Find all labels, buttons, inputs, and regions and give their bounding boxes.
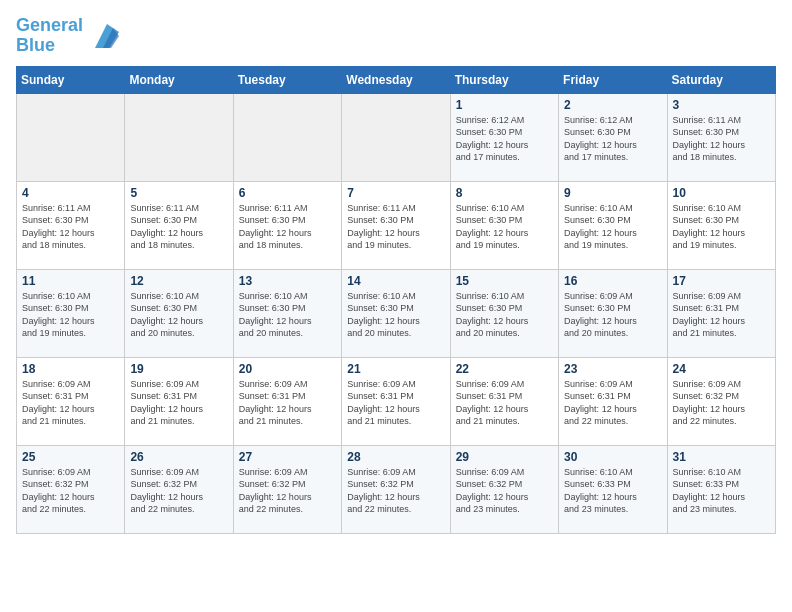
calendar-cell: 13Sunrise: 6:10 AM Sunset: 6:30 PM Dayli… <box>233 269 341 357</box>
calendar-cell <box>342 93 450 181</box>
calendar-cell: 1Sunrise: 6:12 AM Sunset: 6:30 PM Daylig… <box>450 93 558 181</box>
day-number: 1 <box>456 98 553 112</box>
day-number: 26 <box>130 450 227 464</box>
day-number: 17 <box>673 274 770 288</box>
day-number: 10 <box>673 186 770 200</box>
day-number: 16 <box>564 274 661 288</box>
calendar-cell: 25Sunrise: 6:09 AM Sunset: 6:32 PM Dayli… <box>17 445 125 533</box>
day-number: 2 <box>564 98 661 112</box>
calendar-cell: 21Sunrise: 6:09 AM Sunset: 6:31 PM Dayli… <box>342 357 450 445</box>
calendar-cell: 28Sunrise: 6:09 AM Sunset: 6:32 PM Dayli… <box>342 445 450 533</box>
calendar-table: SundayMondayTuesdayWednesdayThursdayFrid… <box>16 66 776 534</box>
day-number: 25 <box>22 450 119 464</box>
weekday-header: Thursday <box>450 66 558 93</box>
calendar-cell: 16Sunrise: 6:09 AM Sunset: 6:30 PM Dayli… <box>559 269 667 357</box>
day-info: Sunrise: 6:09 AM Sunset: 6:32 PM Dayligh… <box>239 466 336 516</box>
day-info: Sunrise: 6:09 AM Sunset: 6:32 PM Dayligh… <box>456 466 553 516</box>
calendar-cell: 24Sunrise: 6:09 AM Sunset: 6:32 PM Dayli… <box>667 357 775 445</box>
day-number: 30 <box>564 450 661 464</box>
day-info: Sunrise: 6:11 AM Sunset: 6:30 PM Dayligh… <box>239 202 336 252</box>
day-number: 3 <box>673 98 770 112</box>
calendar-cell: 19Sunrise: 6:09 AM Sunset: 6:31 PM Dayli… <box>125 357 233 445</box>
day-number: 9 <box>564 186 661 200</box>
day-info: Sunrise: 6:10 AM Sunset: 6:30 PM Dayligh… <box>22 290 119 340</box>
day-number: 22 <box>456 362 553 376</box>
day-info: Sunrise: 6:10 AM Sunset: 6:30 PM Dayligh… <box>564 202 661 252</box>
day-info: Sunrise: 6:09 AM Sunset: 6:31 PM Dayligh… <box>239 378 336 428</box>
day-number: 11 <box>22 274 119 288</box>
calendar-cell: 7Sunrise: 6:11 AM Sunset: 6:30 PM Daylig… <box>342 181 450 269</box>
day-number: 5 <box>130 186 227 200</box>
day-number: 4 <box>22 186 119 200</box>
calendar-cell: 14Sunrise: 6:10 AM Sunset: 6:30 PM Dayli… <box>342 269 450 357</box>
day-info: Sunrise: 6:10 AM Sunset: 6:30 PM Dayligh… <box>456 202 553 252</box>
calendar-cell <box>125 93 233 181</box>
day-info: Sunrise: 6:09 AM Sunset: 6:32 PM Dayligh… <box>347 466 444 516</box>
day-number: 18 <box>22 362 119 376</box>
page-header: General Blue <box>16 16 776 56</box>
day-number: 23 <box>564 362 661 376</box>
weekday-header: Sunday <box>17 66 125 93</box>
day-info: Sunrise: 6:09 AM Sunset: 6:30 PM Dayligh… <box>564 290 661 340</box>
weekday-header: Tuesday <box>233 66 341 93</box>
weekday-header: Saturday <box>667 66 775 93</box>
calendar-cell: 8Sunrise: 6:10 AM Sunset: 6:30 PM Daylig… <box>450 181 558 269</box>
calendar-cell: 18Sunrise: 6:09 AM Sunset: 6:31 PM Dayli… <box>17 357 125 445</box>
day-number: 15 <box>456 274 553 288</box>
day-number: 13 <box>239 274 336 288</box>
day-info: Sunrise: 6:09 AM Sunset: 6:32 PM Dayligh… <box>130 466 227 516</box>
calendar-cell: 9Sunrise: 6:10 AM Sunset: 6:30 PM Daylig… <box>559 181 667 269</box>
day-number: 20 <box>239 362 336 376</box>
day-info: Sunrise: 6:10 AM Sunset: 6:33 PM Dayligh… <box>564 466 661 516</box>
calendar-cell: 31Sunrise: 6:10 AM Sunset: 6:33 PM Dayli… <box>667 445 775 533</box>
calendar-cell: 27Sunrise: 6:09 AM Sunset: 6:32 PM Dayli… <box>233 445 341 533</box>
calendar-header: SundayMondayTuesdayWednesdayThursdayFrid… <box>17 66 776 93</box>
calendar-cell: 10Sunrise: 6:10 AM Sunset: 6:30 PM Dayli… <box>667 181 775 269</box>
day-number: 24 <box>673 362 770 376</box>
day-number: 28 <box>347 450 444 464</box>
day-number: 6 <box>239 186 336 200</box>
day-info: Sunrise: 6:11 AM Sunset: 6:30 PM Dayligh… <box>347 202 444 252</box>
day-number: 14 <box>347 274 444 288</box>
day-info: Sunrise: 6:09 AM Sunset: 6:31 PM Dayligh… <box>347 378 444 428</box>
day-number: 8 <box>456 186 553 200</box>
calendar-cell: 4Sunrise: 6:11 AM Sunset: 6:30 PM Daylig… <box>17 181 125 269</box>
day-info: Sunrise: 6:11 AM Sunset: 6:30 PM Dayligh… <box>22 202 119 252</box>
calendar-cell: 5Sunrise: 6:11 AM Sunset: 6:30 PM Daylig… <box>125 181 233 269</box>
day-number: 27 <box>239 450 336 464</box>
day-info: Sunrise: 6:09 AM Sunset: 6:31 PM Dayligh… <box>673 290 770 340</box>
day-info: Sunrise: 6:09 AM Sunset: 6:31 PM Dayligh… <box>130 378 227 428</box>
day-info: Sunrise: 6:09 AM Sunset: 6:32 PM Dayligh… <box>22 466 119 516</box>
day-info: Sunrise: 6:12 AM Sunset: 6:30 PM Dayligh… <box>564 114 661 164</box>
calendar-cell: 23Sunrise: 6:09 AM Sunset: 6:31 PM Dayli… <box>559 357 667 445</box>
day-info: Sunrise: 6:10 AM Sunset: 6:30 PM Dayligh… <box>456 290 553 340</box>
day-number: 29 <box>456 450 553 464</box>
calendar-cell: 22Sunrise: 6:09 AM Sunset: 6:31 PM Dayli… <box>450 357 558 445</box>
calendar-cell: 17Sunrise: 6:09 AM Sunset: 6:31 PM Dayli… <box>667 269 775 357</box>
calendar-cell: 6Sunrise: 6:11 AM Sunset: 6:30 PM Daylig… <box>233 181 341 269</box>
day-info: Sunrise: 6:09 AM Sunset: 6:31 PM Dayligh… <box>456 378 553 428</box>
day-number: 31 <box>673 450 770 464</box>
day-info: Sunrise: 6:10 AM Sunset: 6:30 PM Dayligh… <box>347 290 444 340</box>
calendar-cell: 15Sunrise: 6:10 AM Sunset: 6:30 PM Dayli… <box>450 269 558 357</box>
calendar-cell: 2Sunrise: 6:12 AM Sunset: 6:30 PM Daylig… <box>559 93 667 181</box>
calendar-cell: 30Sunrise: 6:10 AM Sunset: 6:33 PM Dayli… <box>559 445 667 533</box>
day-info: Sunrise: 6:09 AM Sunset: 6:31 PM Dayligh… <box>22 378 119 428</box>
day-info: Sunrise: 6:09 AM Sunset: 6:32 PM Dayligh… <box>673 378 770 428</box>
calendar-cell <box>233 93 341 181</box>
calendar-cell: 11Sunrise: 6:10 AM Sunset: 6:30 PM Dayli… <box>17 269 125 357</box>
day-number: 19 <box>130 362 227 376</box>
day-info: Sunrise: 6:11 AM Sunset: 6:30 PM Dayligh… <box>130 202 227 252</box>
day-info: Sunrise: 6:11 AM Sunset: 6:30 PM Dayligh… <box>673 114 770 164</box>
day-info: Sunrise: 6:10 AM Sunset: 6:30 PM Dayligh… <box>673 202 770 252</box>
calendar-cell: 12Sunrise: 6:10 AM Sunset: 6:30 PM Dayli… <box>125 269 233 357</box>
logo-text: General Blue <box>16 16 83 56</box>
calendar-cell: 26Sunrise: 6:09 AM Sunset: 6:32 PM Dayli… <box>125 445 233 533</box>
day-info: Sunrise: 6:10 AM Sunset: 6:33 PM Dayligh… <box>673 466 770 516</box>
day-info: Sunrise: 6:12 AM Sunset: 6:30 PM Dayligh… <box>456 114 553 164</box>
calendar-cell <box>17 93 125 181</box>
logo: General Blue <box>16 16 119 56</box>
weekday-header: Wednesday <box>342 66 450 93</box>
calendar-cell: 20Sunrise: 6:09 AM Sunset: 6:31 PM Dayli… <box>233 357 341 445</box>
day-number: 21 <box>347 362 444 376</box>
